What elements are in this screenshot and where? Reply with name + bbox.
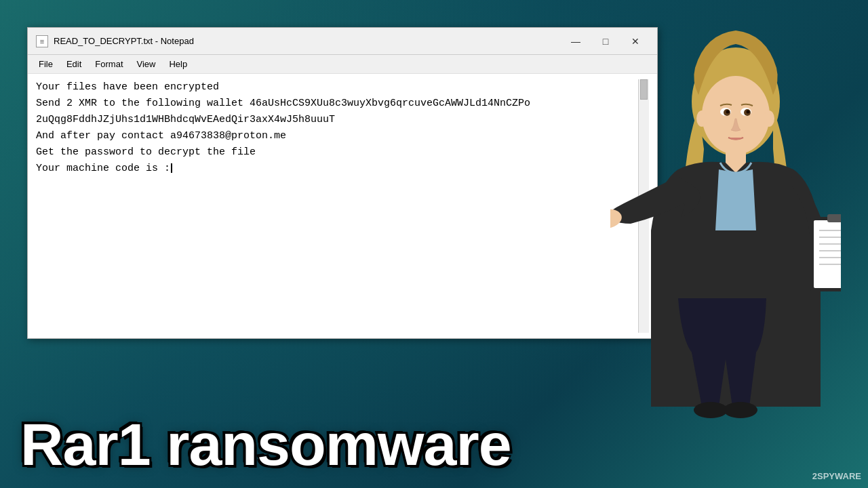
- title-bar: READ_TO_DECRYPT.txt - Notepad — □ ✕: [28, 28, 657, 55]
- menu-help[interactable]: Help: [163, 57, 193, 71]
- menu-bar: File Edit Format View Help: [28, 55, 657, 74]
- page-title-container: Rar1 ransomware: [20, 415, 511, 474]
- svg-point-22: [764, 110, 774, 127]
- line-1: Your files have been encrypted: [36, 81, 219, 93]
- line-3: 2uQqg8FddhJZjUhs1d1WHBhdcqWvEAedQir3axX4…: [36, 114, 335, 125]
- svg-point-21: [696, 110, 707, 127]
- minimize-button[interactable]: —: [562, 32, 589, 51]
- text-content[interactable]: Your files have been encrypted Send 2 XM…: [36, 79, 638, 333]
- svg-rect-6: [827, 214, 841, 222]
- notepad-content-area[interactable]: Your files have been encrypted Send 2 XM…: [28, 74, 657, 338]
- person-svg: [610, 27, 841, 488]
- page-title: Rar1 ransomware: [20, 415, 511, 474]
- line-5: Get the password to decrypt the file: [36, 146, 256, 158]
- person-image: [610, 27, 868, 488]
- menu-edit[interactable]: Edit: [61, 57, 87, 71]
- line-4: And after pay contact a94673838@proton.m…: [36, 130, 286, 142]
- line-2: Send 2 XMR to the following wallet 46aUs…: [36, 98, 530, 109]
- menu-file[interactable]: File: [33, 57, 58, 71]
- window-title: READ_TO_DECRYPT.txt - Notepad: [54, 36, 194, 46]
- svg-point-14: [724, 402, 757, 418]
- line-6: Your machine code is :: [36, 163, 170, 174]
- svg-point-1: [702, 76, 770, 155]
- menu-view[interactable]: View: [132, 57, 161, 71]
- watermark: 2SPYWARE: [812, 471, 861, 481]
- text-cursor: [171, 163, 172, 173]
- notepad-file-icon: [36, 35, 48, 47]
- menu-format[interactable]: Format: [90, 57, 128, 71]
- svg-point-20: [747, 110, 750, 114]
- notepad-window: READ_TO_DECRYPT.txt - Notepad — □ ✕ File…: [27, 27, 658, 339]
- svg-point-13: [694, 402, 728, 418]
- svg-point-19: [726, 110, 730, 114]
- title-bar-left: READ_TO_DECRYPT.txt - Notepad: [36, 35, 194, 47]
